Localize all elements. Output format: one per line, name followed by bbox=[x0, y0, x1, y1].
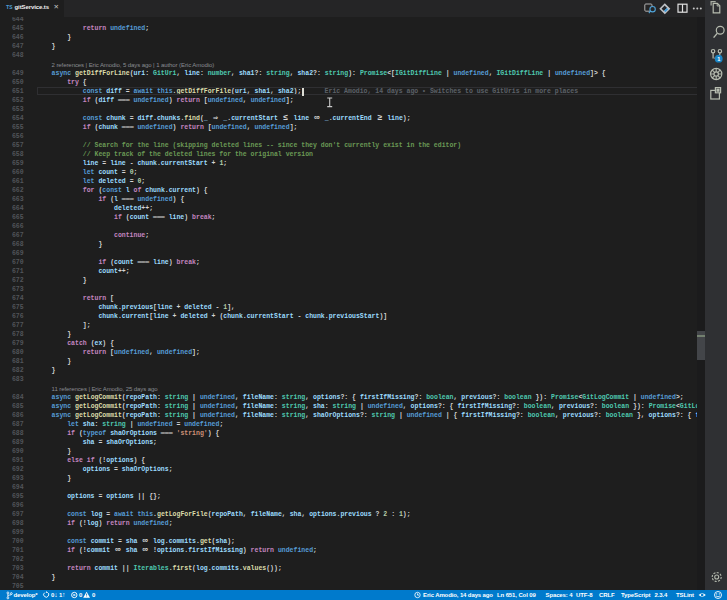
svg-text:1: 1 bbox=[717, 56, 720, 62]
